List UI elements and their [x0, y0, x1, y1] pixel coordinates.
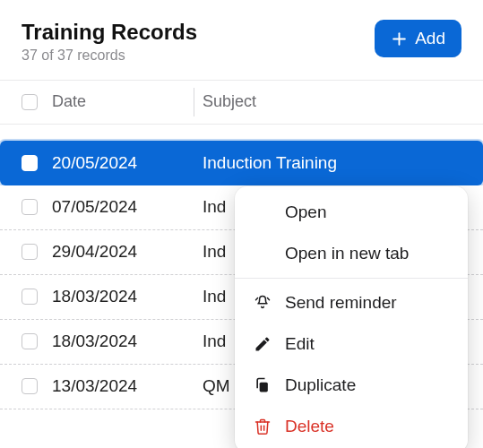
menu-duplicate[interactable]: Duplicate — [235, 365, 468, 406]
row-checkbox[interactable] — [22, 155, 38, 171]
cell-subject: Induction Training — [194, 141, 483, 185]
svg-rect-4 — [260, 383, 268, 392]
pencil-icon — [253, 335, 272, 353]
row-checkbox[interactable] — [22, 199, 38, 215]
trash-icon — [253, 418, 272, 435]
menu-duplicate-label: Duplicate — [285, 375, 356, 395]
column-header-date[interactable]: Date — [52, 81, 194, 124]
page-header: Training Records 37 of 37 records Add — [0, 20, 483, 80]
menu-delete-label: Delete — [285, 417, 334, 436]
menu-divider — [235, 278, 468, 279]
menu-edit[interactable]: Edit — [235, 323, 468, 365]
svg-line-3 — [267, 298, 269, 300]
select-all-checkbox[interactable] — [22, 94, 38, 110]
menu-edit-label: Edit — [285, 334, 315, 354]
menu-open-new-tab-label: Open in new tab — [285, 244, 409, 263]
duplicate-icon — [253, 376, 272, 394]
row-checkbox[interactable] — [22, 244, 38, 260]
cell-date: 29/04/2024 — [52, 230, 194, 274]
menu-delete[interactable]: Delete — [235, 406, 468, 447]
menu-send-reminder-label: Send reminder — [285, 293, 397, 313]
cell-date: 20/05/2024 — [52, 141, 194, 185]
page-title: Training Records — [22, 20, 197, 46]
svg-line-2 — [256, 298, 258, 300]
table-row[interactable]: 20/05/2024 Induction Training — [0, 141, 483, 185]
menu-open[interactable]: Open — [235, 192, 468, 233]
menu-open-new-tab[interactable]: Open in new tab — [235, 233, 468, 274]
cell-date: 13/03/2024 — [52, 365, 194, 409]
bell-icon — [253, 294, 272, 312]
row-checkbox[interactable] — [22, 333, 38, 349]
row-checkbox[interactable] — [22, 378, 38, 394]
menu-open-label: Open — [285, 202, 326, 222]
add-button-label: Add — [415, 29, 445, 48]
menu-send-reminder[interactable]: Send reminder — [235, 282, 468, 323]
cell-date: 18/03/2024 — [52, 275, 194, 319]
add-button[interactable]: Add — [375, 20, 461, 57]
column-header-subject[interactable]: Subject — [194, 81, 483, 124]
cell-date: 07/05/2024 — [52, 185, 194, 229]
plus-icon — [391, 30, 408, 47]
cell-date: 18/03/2024 — [52, 320, 194, 364]
table-header: Date Subject — [0, 80, 483, 125]
row-checkbox[interactable] — [22, 289, 38, 305]
context-menu: Open Open in new tab Send reminder Edit … — [235, 186, 468, 448]
record-count: 37 of 37 records — [22, 47, 197, 64]
